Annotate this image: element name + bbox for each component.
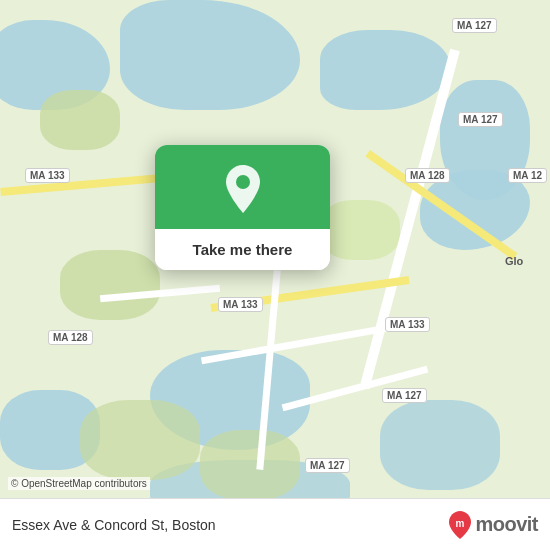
location-pin-icon bbox=[223, 165, 263, 213]
road-label-ma133-left: MA 133 bbox=[25, 168, 70, 183]
moovit-brand-text: moovit bbox=[475, 513, 538, 536]
moovit-logo: m moovit bbox=[449, 511, 538, 539]
svg-text:m: m bbox=[456, 518, 465, 529]
action-card: Take me there bbox=[155, 145, 330, 270]
road-label-ma128-bottom: MA 128 bbox=[48, 330, 93, 345]
card-green-section bbox=[155, 145, 330, 229]
road-label-ma133-mid: MA 133 bbox=[218, 297, 263, 312]
location-label: Essex Ave & Concord St, Boston bbox=[12, 517, 216, 533]
road-label-ma128-right: MA 128 bbox=[405, 168, 450, 183]
map-background: MA 127 MA 127 MA 128 MA 133 MA 128 MA 13… bbox=[0, 0, 550, 550]
road-label-ma12x: MA 12 bbox=[508, 168, 547, 183]
road-label-ma127-top: MA 127 bbox=[452, 18, 497, 33]
bottom-bar: Essex Ave & Concord St, Boston m moovit bbox=[0, 498, 550, 550]
map-container: MA 127 MA 127 MA 128 MA 133 MA 128 MA 13… bbox=[0, 0, 550, 550]
moovit-pin-icon: m bbox=[449, 511, 471, 539]
road-label-ma133-bottom: MA 133 bbox=[385, 317, 430, 332]
road-label-ma127-br: MA 127 bbox=[382, 388, 427, 403]
road-label-ma127-right: MA 127 bbox=[458, 112, 503, 127]
road-label-ma127-bottom: MA 127 bbox=[305, 458, 350, 473]
take-me-there-button[interactable]: Take me there bbox=[155, 229, 330, 270]
copyright-text: © OpenStreetMap contributors bbox=[8, 477, 150, 490]
gloucester-label: Glo bbox=[505, 255, 523, 267]
svg-point-0 bbox=[236, 175, 250, 189]
